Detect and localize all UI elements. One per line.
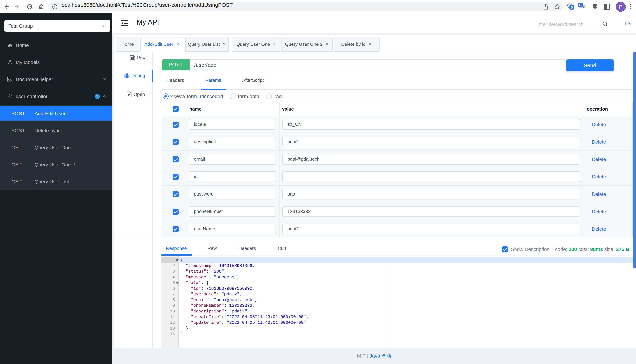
svg-text:API: API bbox=[8, 96, 10, 98]
